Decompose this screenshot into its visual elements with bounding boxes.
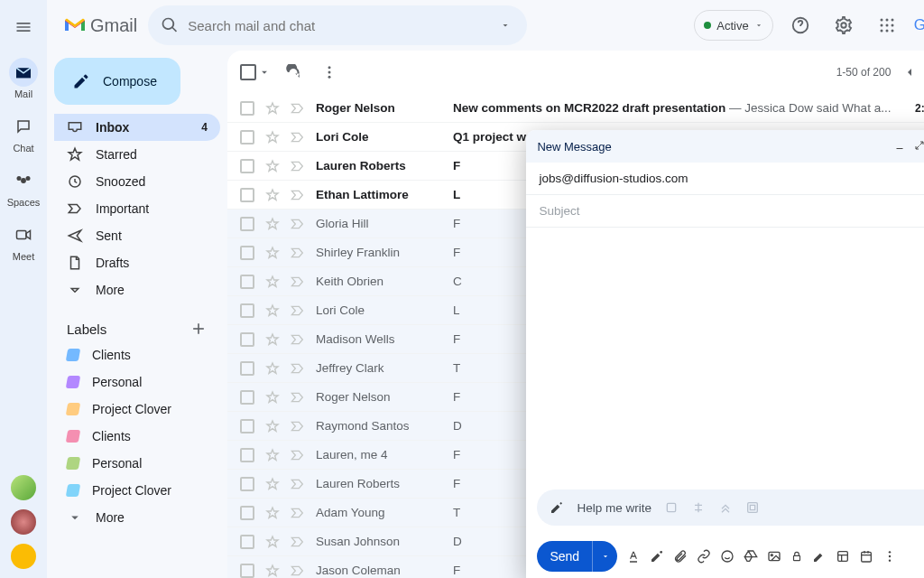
importance-icon[interactable]	[291, 362, 305, 375]
row-checkbox[interactable]	[240, 130, 254, 144]
importance-icon[interactable]	[291, 304, 305, 317]
importance-icon[interactable]	[291, 478, 305, 490]
schedule-button[interactable]	[859, 549, 873, 564]
rail-meet[interactable]: Meet	[0, 220, 47, 262]
more-actions-button[interactable]	[316, 59, 343, 86]
select-dropdown[interactable]	[258, 66, 271, 79]
help-me-write-bar[interactable]: Help me write	[537, 489, 924, 526]
label-personal[interactable]: Personal	[54, 450, 220, 477]
attach-button[interactable]	[673, 549, 688, 564]
prev-page-button[interactable]	[896, 59, 923, 86]
search-bar[interactable]	[148, 5, 527, 45]
star-icon[interactable]	[265, 217, 280, 231]
star-icon[interactable]	[265, 188, 280, 202]
search-options-button[interactable]	[489, 9, 522, 42]
account-avatar-3[interactable]	[11, 544, 36, 569]
star-icon[interactable]	[265, 506, 280, 520]
row-checkbox[interactable]	[240, 477, 254, 491]
label-personal[interactable]: Personal	[54, 368, 220, 396]
status-chip[interactable]: Active	[694, 10, 772, 41]
importance-icon[interactable]	[291, 160, 305, 172]
format-button[interactable]	[626, 549, 641, 564]
folder-sent[interactable]: Sent	[54, 222, 220, 249]
row-checkbox[interactable]	[240, 303, 254, 318]
star-icon[interactable]	[265, 303, 280, 318]
signature-button[interactable]	[812, 549, 827, 564]
subject-field[interactable]	[526, 195, 924, 228]
label-project-clover[interactable]: Project Clover	[54, 396, 220, 423]
row-checkbox[interactable]	[240, 390, 254, 405]
star-icon[interactable]	[265, 130, 280, 144]
rail-chat[interactable]: Chat	[0, 112, 47, 154]
folder-important[interactable]: Important	[54, 195, 220, 222]
star-icon[interactable]	[265, 477, 280, 491]
account-avatar-2[interactable]	[11, 509, 36, 535]
main-menu-button[interactable]	[5, 9, 42, 45]
refresh-button[interactable]	[280, 59, 307, 86]
star-icon[interactable]	[265, 361, 280, 376]
ai-button[interactable]	[650, 549, 664, 564]
link-button[interactable]	[697, 549, 711, 564]
select-all-checkbox[interactable]	[240, 64, 256, 80]
mail-row[interactable]: Roger NelsonNew comments on MCR2022 draf…	[227, 94, 924, 123]
account-avatar-1[interactable]	[11, 475, 36, 500]
importance-icon[interactable]	[291, 333, 305, 346]
star-icon[interactable]	[265, 390, 280, 405]
send-options[interactable]	[592, 541, 617, 572]
importance-icon[interactable]	[291, 564, 305, 577]
importance-icon[interactable]	[291, 507, 305, 519]
more-options-button[interactable]	[882, 549, 897, 564]
image-button[interactable]	[767, 549, 781, 564]
drive-button[interactable]	[744, 549, 758, 564]
search-input[interactable]	[188, 18, 480, 33]
importance-icon[interactable]	[291, 247, 305, 259]
row-checkbox[interactable]	[240, 361, 254, 376]
rail-mail[interactable]: Mail	[0, 58, 47, 99]
star-icon[interactable]	[265, 101, 280, 116]
apps-button[interactable]	[871, 9, 903, 42]
compose-body[interactable]	[526, 228, 924, 489]
subject-input[interactable]	[539, 204, 924, 218]
folder-starred[interactable]: Starred	[54, 141, 220, 168]
star-icon[interactable]	[265, 275, 280, 289]
row-checkbox[interactable]	[240, 159, 254, 173]
row-checkbox[interactable]	[240, 419, 254, 434]
labels-more[interactable]: More	[54, 504, 220, 531]
add-label-button[interactable]	[189, 320, 208, 338]
importance-icon[interactable]	[291, 449, 305, 461]
folder-snoozed[interactable]: Snoozed	[54, 168, 220, 195]
row-checkbox[interactable]	[240, 217, 254, 231]
star-icon[interactable]	[265, 564, 280, 578]
folder-more[interactable]: More	[54, 276, 220, 303]
template-button[interactable]	[836, 549, 850, 564]
label-clients[interactable]: Clients	[54, 341, 220, 368]
importance-icon[interactable]	[291, 420, 305, 433]
star-icon[interactable]	[265, 419, 280, 434]
importance-icon[interactable]	[291, 131, 305, 144]
minimize-button[interactable]	[894, 140, 905, 153]
row-checkbox[interactable]	[240, 246, 254, 260]
folder-inbox[interactable]: Inbox4	[54, 114, 220, 141]
star-icon[interactable]	[265, 246, 280, 260]
row-checkbox[interactable]	[240, 564, 254, 578]
row-checkbox[interactable]	[240, 448, 254, 462]
row-checkbox[interactable]	[240, 535, 254, 549]
importance-icon[interactable]	[291, 275, 305, 288]
send-button[interactable]: Send	[537, 541, 617, 572]
row-checkbox[interactable]	[240, 188, 254, 202]
importance-icon[interactable]	[291, 218, 305, 230]
star-icon[interactable]	[265, 332, 280, 347]
to-field[interactable]: jobs@diffusion-studios.com	[526, 163, 924, 195]
fullscreen-button[interactable]	[914, 140, 924, 153]
importance-icon[interactable]	[291, 391, 305, 404]
compose-button[interactable]: Compose	[54, 58, 180, 105]
gmail-logo[interactable]: Gmail	[63, 15, 137, 36]
row-checkbox[interactable]	[240, 101, 254, 116]
confidential-button[interactable]	[790, 550, 803, 563]
emoji-button[interactable]	[720, 549, 735, 564]
settings-button[interactable]	[827, 9, 860, 42]
folder-drafts[interactable]: Drafts	[54, 249, 220, 276]
rail-spaces[interactable]: Spaces	[0, 166, 47, 208]
row-checkbox[interactable]	[240, 275, 254, 289]
row-checkbox[interactable]	[240, 506, 254, 520]
